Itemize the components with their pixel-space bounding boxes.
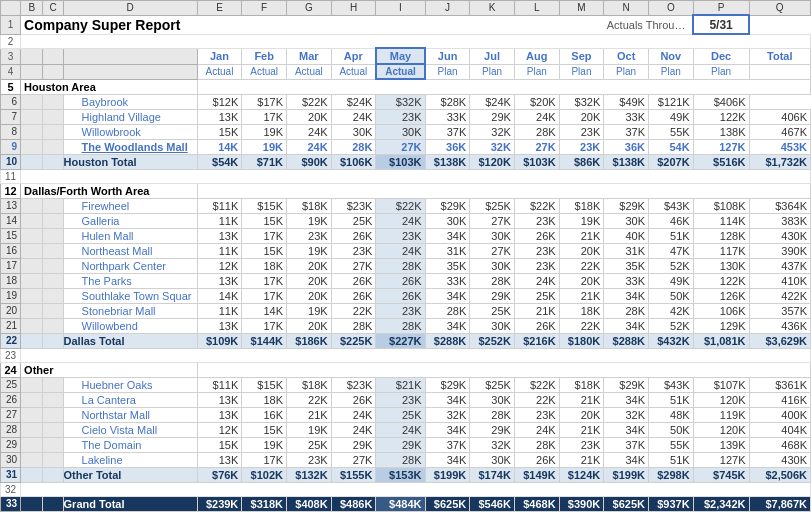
the-parks-name: The Parks (63, 273, 197, 288)
northpark-center-name: Northpark Center (63, 258, 197, 273)
aug-header: Aug (514, 48, 559, 64)
stonebriar-name: Stonebriar Mall (63, 303, 197, 318)
baybrook-name: Baybrook (63, 94, 197, 109)
cielo-vista-row: 28 Cielo Vista Mall 12K15K19K24K 24K 34K… (1, 422, 811, 437)
col-j-header: J (425, 1, 470, 16)
grand-total-name: Grand Total (63, 496, 197, 511)
northstar-mall-name: Northstar Mall (63, 407, 197, 422)
willowbend-name: Willowbend (63, 318, 197, 333)
willowbend-row: 21 Willowbend 13K17K20K28K 28K 34K30K26K… (1, 318, 811, 333)
actuals-value: 5/31 (693, 15, 749, 34)
firewheel-name: Firewheel (63, 198, 197, 213)
willowbrook-name: Willowbrook (63, 124, 197, 139)
col-e-header: E (197, 1, 242, 16)
total-sub (749, 64, 810, 79)
highland-village-row: 7 Highland Village 13K17K20K24K 23K 33K2… (1, 109, 811, 124)
the-parks-row: 18 The Parks 13K17K20K26K 26K 33K28K24K2… (1, 273, 811, 288)
jul-sub: Plan (470, 64, 515, 79)
dallas-total-row: 22 Dallas Total $109K$144K$186K$225K $22… (1, 333, 811, 348)
other-total-name: Other Total (63, 467, 197, 482)
may-sub: Actual (376, 64, 425, 79)
hulen-mall-name: Hulen Mall (63, 228, 197, 243)
the-domain-row: 29 The Domain 15K19K25K29K 29K 37K32K28K… (1, 437, 811, 452)
houston-total-row: 10 Houston Total $54K$71K$90K$106K $103K… (1, 154, 811, 169)
huebner-oaks-row: 25 Huebner Oaks $11K$15K$18K$23K $21K $2… (1, 377, 811, 392)
col-n-header: N (604, 1, 649, 16)
subheader-row: 4 Actual Actual Actual Actual Actual Pla… (1, 64, 811, 79)
row-1-num: 1 (1, 15, 21, 34)
col-b-header: B (21, 1, 43, 16)
mar-header: Mar (287, 48, 332, 64)
northeast-mall-row: 16 Northeast Mall 11K15K19K23K 24K 31K27… (1, 243, 811, 258)
willowbrook-row: 8 Willowbrook 15K19K24K30K 30K 37K32K28K… (1, 124, 811, 139)
la-cantera-name: La Cantera (63, 392, 197, 407)
jun-header: Jun (425, 48, 470, 64)
northpark-center-row: 17 Northpark Center 12K18K20K27K 28K 35K… (1, 258, 811, 273)
col-c-header: C (43, 1, 63, 16)
huebner-oaks-name: Huebner Oaks (63, 377, 197, 392)
northeast-mall-name: Northeast Mall (63, 243, 197, 258)
apr-header: Apr (331, 48, 376, 64)
jan-header: Jan (197, 48, 242, 64)
col-q-header: Q (749, 1, 810, 16)
la-cantera-row: 26 La Cantera 13K18K22K26K 23K 34K30K22K… (1, 392, 811, 407)
nov-sub: Plan (648, 64, 693, 79)
dec-header: Dec (693, 48, 749, 64)
dallas-total-name: Dallas Total (63, 333, 197, 348)
the-domain-name: The Domain (63, 437, 197, 452)
galleria-row: 14 Galleria 11K15K19K25K 24K 30K27K23K19… (1, 213, 811, 228)
actuals-label: Actuals Through: (604, 15, 693, 34)
nov-header: Nov (648, 48, 693, 64)
firewheel-row: 13 Firewheel $11K$15K$18K$23K $22K $29K$… (1, 198, 811, 213)
row-num-header (1, 1, 21, 16)
southlake-name: Southlake Town Squar (63, 288, 197, 303)
lakeline-name: Lakeline (63, 452, 197, 467)
col-p-header: P (693, 1, 749, 16)
southlake-row: 19 Southlake Town Squar 14K17K20K26K 26K… (1, 288, 811, 303)
may-header: May (376, 48, 425, 64)
woodlands-mall-row: 9 The Woodlands Mall 14K19K24K28K 27K 36… (1, 139, 811, 154)
stonebriar-row: 20 Stonebriar Mall 11K14K19K22K 23K 28K2… (1, 303, 811, 318)
dec-sub: Plan (693, 64, 749, 79)
feb-header: Feb (242, 48, 287, 64)
cielo-vista-name: Cielo Vista Mall (63, 422, 197, 437)
feb-sub: Actual (242, 64, 287, 79)
col-h-header: H (331, 1, 376, 16)
spreadsheet: B C D E F G H I J K L M N O P Q 1 (0, 0, 811, 512)
col-l-header: L (514, 1, 559, 16)
galleria-name: Galleria (63, 213, 197, 228)
apr-sub: Actual (331, 64, 376, 79)
grand-total-row: 33 Grand Total $239K$318K$408K$486K $484… (1, 496, 811, 511)
oct-header: Oct (604, 48, 649, 64)
empty-row-11: 11 (1, 169, 811, 183)
sep-sub: Plan (559, 64, 604, 79)
woodlands-mall-name: The Woodlands Mall (63, 139, 197, 154)
hulen-mall-row: 15 Hulen Mall 13K17K23K26K 23K 34K30K26K… (1, 228, 811, 243)
title-row: 1 Company Super Report Actuals Through: … (1, 15, 811, 34)
highland-village-name: Highland Village (63, 109, 197, 124)
mar-sub: Actual (287, 64, 332, 79)
baybrook-jan: $12K (197, 94, 242, 109)
col-g-header: G (287, 1, 332, 16)
month-headers-row: 3 Jan Feb Mar Apr May Jun Jul Aug Sep Oc… (1, 48, 811, 64)
northstar-mall-row: 27 Northstar Mall 13K16K21K24K 25K 32K28… (1, 407, 811, 422)
col-i-header: I (376, 1, 425, 16)
other-area-header: 24 Other (1, 362, 811, 377)
houston-area-header: 5 Houston Area (1, 79, 811, 94)
sep-header: Sep (559, 48, 604, 64)
aug-sub: Plan (514, 64, 559, 79)
report-title: Company Super Report (21, 15, 198, 34)
baybrook-row: 6 Baybrook $12K$17K$22K$24K $32K $28K$24… (1, 94, 811, 109)
empty-row-23: 23 (1, 348, 811, 362)
total-header: Total (749, 48, 810, 64)
empty-row-2: 2 (1, 34, 811, 48)
column-headers: B C D E F G H I J K L M N O P Q (1, 1, 811, 16)
jan-sub: Actual (197, 64, 242, 79)
col-m-header: M (559, 1, 604, 16)
lakeline-row: 30 Lakeline 13K17K23K27K 28K 34K30K26K21… (1, 452, 811, 467)
col-d-header: D (63, 1, 197, 16)
other-total-row: 31 Other Total $76K$102K$132K$155K $153K… (1, 467, 811, 482)
jun-sub: Plan (425, 64, 470, 79)
col-k-header: K (470, 1, 515, 16)
houston-total-name: Houston Total (63, 154, 197, 169)
